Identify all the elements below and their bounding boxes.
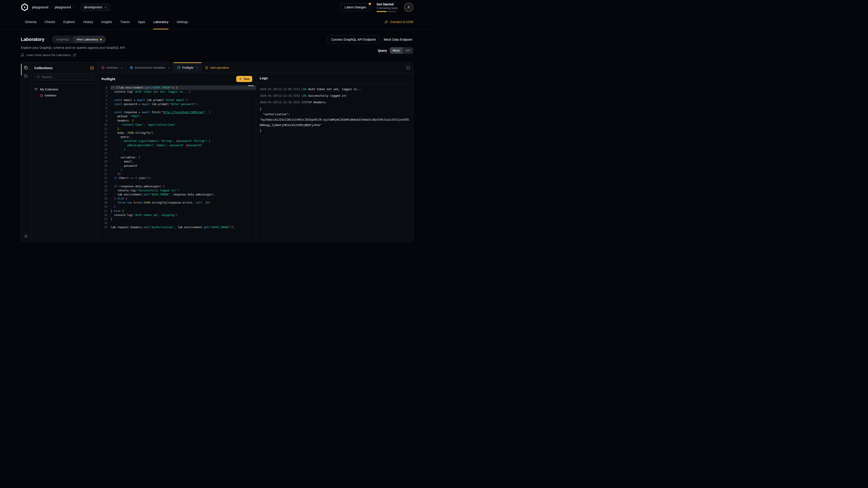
search-input[interactable]: [42, 75, 92, 78]
code-line: 34: [98, 221, 256, 225]
get-started-title: Get Started: [377, 2, 398, 6]
active-dot: [100, 39, 102, 40]
collections-rail-button[interactable]: [24, 65, 29, 70]
learn-more-link[interactable]: Learn more about the Laboratory: [21, 53, 413, 57]
line-content: [111, 94, 256, 98]
code-line: 28 } else {: [98, 197, 256, 201]
nav-item-explorer[interactable]: Explorer: [63, 14, 75, 29]
script-icon: [177, 66, 180, 69]
code-line: 2 console.log('Auth token not set, loggi…: [98, 90, 256, 94]
nav-item-laboratory[interactable]: Laboratory: [153, 14, 168, 29]
breadcrumb: playground / playground /: [32, 5, 77, 9]
line-number: 30: [98, 205, 107, 209]
line-content: headers: {: [111, 119, 256, 123]
tab-preflight[interactable]: Preflight×: [174, 62, 202, 73]
tab-environment-variables[interactable]: Environment Variables×: [126, 62, 174, 73]
close-icon[interactable]: ×: [168, 66, 170, 69]
query-mode-mock[interactable]: Mock: [390, 47, 403, 54]
nav-item-schema[interactable]: Schema: [25, 14, 36, 29]
book-icon: [21, 53, 24, 57]
line-content: body: JSON.stringify({: [111, 131, 256, 135]
line-number: 1: [98, 86, 107, 90]
connect-cdn-label: Connect to CDN: [390, 20, 413, 24]
line-number: 4: [98, 98, 107, 102]
latest-changes-button[interactable]: Latest changes: [341, 3, 370, 11]
log-timestamp: 2026-01-26T12:12:09.271Z: [260, 88, 302, 91]
target-select[interactable]: development: [81, 4, 110, 11]
nav-item-traces[interactable]: Traces: [120, 14, 130, 29]
new-collection-button[interactable]: [90, 66, 94, 70]
code-line: 11 },: [98, 127, 256, 131]
hive-logo-icon[interactable]: [21, 3, 29, 11]
close-icon[interactable]: ×: [121, 66, 123, 69]
collections-search[interactable]: [34, 73, 94, 80]
line-content: } else {: [111, 197, 256, 201]
operation-item[interactable]: GetHero: [40, 93, 94, 98]
latest-changes-label: Latest changes: [345, 5, 366, 9]
breadcrumb-org[interactable]: playground: [32, 5, 49, 9]
project-nav: SchemaChecksExplorerHistoryInsightsTrace…: [0, 14, 434, 30]
tab-label: Add operation: [210, 66, 229, 69]
line-content: `,: [111, 151, 256, 156]
code-line: 29 throw new Error(JSON.stringify(respon…: [98, 201, 256, 205]
connect-endpoint-button[interactable]: Connect GraphQL API Endpoint: [327, 35, 380, 43]
nav-item-insights[interactable]: Insights: [101, 14, 112, 29]
line-content: if (!lab.environment.get("AUTH_TOKEN")) …: [111, 86, 256, 90]
avatar[interactable]: [404, 3, 413, 12]
collection-label: My Collection: [40, 88, 58, 91]
log-level: SYSTEM: [302, 101, 313, 104]
code-line: 5 const password = await lab.prompt('Ent…: [98, 102, 256, 106]
editor-scroll-indicator[interactable]: [248, 86, 254, 86]
line-content: throw new Error(JSON.stringify(response.…: [111, 201, 256, 205]
line-content: console.log('Successfully logged in!'): [111, 188, 256, 193]
breadcrumb-separator: /: [51, 5, 52, 9]
get-started-subtitle: 3 remaining tasks: [377, 6, 398, 10]
nav-item-history[interactable]: History: [83, 14, 93, 29]
breadcrumb-project[interactable]: playground: [55, 5, 71, 9]
nav-item-settings[interactable]: Settings: [177, 14, 188, 29]
tab-gethero[interactable]: GetHero×: [98, 62, 126, 73]
mock-endpoint-button[interactable]: Mock Data Endpoint: [383, 36, 413, 43]
tab-label: Environment Variables: [135, 66, 165, 69]
line-content: 'Content-Type': 'application/json': [111, 123, 256, 127]
line-number: 35: [98, 225, 107, 229]
line-content: }: [111, 217, 256, 221]
graphql-icon: [101, 66, 105, 69]
line-number: 13: [98, 135, 107, 139]
collection-children: GetHero: [36, 93, 94, 98]
folders-icon: [24, 66, 28, 70]
line-number: 33: [98, 217, 107, 221]
line-number: 23: [98, 176, 107, 180]
query-mode-api[interactable]: API: [403, 47, 413, 54]
toggle-option-graphiql[interactable]: GraphiQL: [53, 36, 73, 43]
close-icon[interactable]: ×: [196, 66, 198, 69]
connect-cdn-button[interactable]: Connect to CDN: [384, 14, 413, 29]
settings-rail-button[interactable]: [24, 234, 29, 238]
breadcrumb-separator: /: [73, 5, 74, 9]
divider: [48, 37, 48, 42]
line-content: }).then(r => r.json());: [111, 176, 256, 180]
line-content: console.log('Auth token not set, loggin …: [111, 90, 256, 94]
nav-item-checks[interactable]: Checks: [44, 14, 55, 29]
line-content: },: [111, 127, 256, 131]
logs-pane: Logs 2026-01-26T12:12:09.271Z LOG Auth t…: [256, 73, 413, 242]
app-header: playground / playground / development La…: [0, 0, 434, 14]
history-icon: [24, 74, 28, 78]
test-button[interactable]: Test: [236, 76, 252, 82]
toggle-option-hive-laboratory[interactable]: Hive Laboratory: [73, 36, 105, 43]
get-started-progressbar: [377, 11, 397, 12]
log-level: LOG: [302, 94, 308, 97]
code-line: 4 const email = await lab.prompt('Enter …: [98, 98, 256, 102]
code-line: 32 console.log('Auth token set, skipping…: [98, 213, 256, 217]
collection-folder[interactable]: My Collection: [34, 88, 94, 91]
get-started-widget[interactable]: Get Started 3 remaining tasks: [377, 2, 398, 12]
nav-item-apps[interactable]: Apps: [138, 14, 145, 29]
line-number: 20: [98, 164, 107, 168]
line-number: 7: [98, 110, 107, 114]
collections-title: Collections: [34, 66, 53, 70]
history-rail-button[interactable]: [24, 74, 29, 78]
code-editor[interactable]: 1if (!lab.environment.get("AUTH_TOKEN"))…: [98, 85, 256, 242]
line-content: const response = await fetch("http://loc…: [111, 110, 256, 114]
tab-add-operation[interactable]: Add operation: [202, 62, 232, 73]
fullscreen-button[interactable]: [406, 66, 410, 70]
